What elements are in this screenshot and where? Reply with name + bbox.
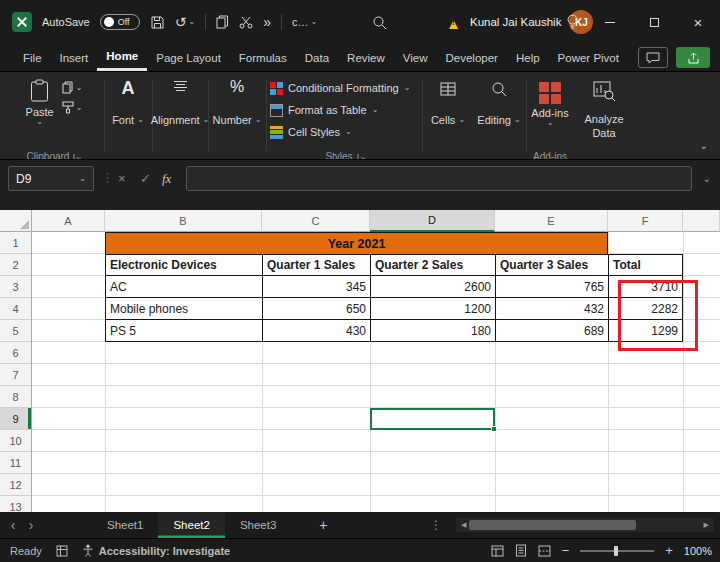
table-cell[interactable]: 430: [263, 320, 371, 342]
column-header-a[interactable]: A: [32, 210, 105, 232]
row-header-1[interactable]: 1: [0, 232, 31, 254]
format-as-table-button[interactable]: Format as Table ⌄: [270, 101, 378, 119]
quick-access-overflow[interactable]: c… ⌄: [292, 16, 317, 28]
table-cell[interactable]: AC: [106, 276, 263, 298]
scroll-left-icon[interactable]: ◀: [458, 521, 469, 529]
fill-handle[interactable]: [491, 426, 497, 432]
column-header-f[interactable]: F: [608, 210, 683, 232]
expand-formula-bar-icon[interactable]: ⌄: [703, 173, 711, 184]
table-cell[interactable]: 2600: [371, 276, 496, 298]
column-header-d[interactable]: D: [370, 210, 495, 232]
analyze-data-button[interactable]: Analyze Data: [578, 79, 630, 141]
menu-tab-power-pivot[interactable]: Power Pivot: [549, 44, 628, 71]
year-banner-cell[interactable]: Year 2021: [105, 232, 608, 254]
row-header-10[interactable]: 10: [0, 430, 31, 452]
page-layout-view-icon[interactable]: [515, 544, 527, 557]
zoom-in-icon[interactable]: +: [665, 544, 673, 557]
save-icon[interactable]: [150, 15, 165, 30]
comments-button[interactable]: [638, 47, 668, 68]
menu-tab-page-layout[interactable]: Page Layout: [147, 44, 230, 71]
cells-group-button[interactable]: Cells⌄: [426, 79, 470, 126]
table-cell[interactable]: 1200: [371, 298, 496, 320]
copy-button[interactable]: ⌄: [62, 81, 83, 94]
table-cell[interactable]: Total: [609, 254, 683, 276]
row-header-13[interactable]: 13: [0, 496, 31, 512]
menu-tab-insert[interactable]: Insert: [51, 44, 98, 71]
row-header-8[interactable]: 8: [0, 386, 31, 408]
row-header-2[interactable]: 2: [0, 254, 31, 276]
add-sheet-button[interactable]: +: [319, 517, 327, 533]
row-header-11[interactable]: 11: [0, 452, 31, 474]
formula-input[interactable]: [186, 166, 692, 191]
table-cell[interactable]: 2282: [609, 298, 683, 320]
search-icon[interactable]: [372, 15, 387, 30]
menu-tab-review[interactable]: Review: [338, 44, 394, 71]
row-header-7[interactable]: 7: [0, 364, 31, 386]
table-cell[interactable]: Electronic Devices: [106, 254, 263, 276]
enter-icon[interactable]: ✓: [140, 171, 151, 186]
menu-tab-data[interactable]: Data: [296, 44, 338, 71]
table-cell[interactable]: PS 5: [106, 320, 263, 342]
menu-tab-home[interactable]: Home: [97, 44, 147, 71]
table-cell[interactable]: 345: [263, 276, 371, 298]
alignment-group-button[interactable]: Alignment⌄: [154, 79, 206, 126]
zoom-slider-thumb[interactable]: [614, 546, 618, 556]
sheet-nav-left-icon[interactable]: ‹: [4, 512, 22, 538]
horizontal-scrollbar[interactable]: ◀ ▶: [456, 518, 714, 532]
column-header-b[interactable]: B: [105, 210, 262, 232]
table-cell[interactable]: Quarter 1 Sales: [263, 254, 371, 276]
close-button[interactable]: ×: [676, 0, 720, 44]
undo-button[interactable]: ↺ ⌄: [175, 15, 195, 29]
row-header-9[interactable]: 9: [0, 408, 31, 430]
zoom-slider[interactable]: [580, 550, 654, 552]
cell-styles-button[interactable]: Cell Styles ⌄: [270, 123, 352, 141]
maximize-button[interactable]: [632, 0, 676, 44]
row-header-12[interactable]: 12: [0, 474, 31, 496]
chevron-double-right-icon[interactable]: »: [263, 15, 271, 29]
table-cell[interactable]: Quarter 2 Sales: [371, 254, 496, 276]
menu-tab-developer[interactable]: Developer: [437, 44, 507, 71]
accessibility-status[interactable]: Accessibility: Investigate: [82, 544, 230, 557]
scrollbar-thumb[interactable]: [469, 520, 635, 530]
select-all-corner[interactable]: [0, 210, 32, 232]
page-break-view-icon[interactable]: [538, 545, 551, 557]
scrollbar-track[interactable]: [469, 520, 700, 530]
menu-tab-view[interactable]: View: [394, 44, 437, 71]
menu-tab-help[interactable]: Help: [507, 44, 549, 71]
table-cell[interactable]: Quarter 3 Sales: [496, 254, 609, 276]
table-cell[interactable]: 689: [496, 320, 609, 342]
sheet-nav-right-icon[interactable]: ›: [22, 512, 40, 538]
table-cell[interactable]: 3710: [609, 276, 683, 298]
sheet-tab-sheet2[interactable]: Sheet2: [158, 512, 224, 538]
autosave-toggle[interactable]: Off: [100, 14, 140, 30]
zoom-out-icon[interactable]: −: [562, 544, 570, 557]
name-box[interactable]: D9 ⌄: [8, 166, 94, 191]
column-header-c[interactable]: C: [262, 210, 370, 232]
table-cell[interactable]: 432: [496, 298, 609, 320]
format-painter-button[interactable]: ⌄: [62, 101, 83, 114]
normal-view-icon[interactable]: [491, 545, 504, 557]
zoom-level[interactable]: 100%: [684, 545, 712, 557]
sheet-tab-sheet3[interactable]: Sheet3: [225, 512, 291, 538]
cut-icon[interactable]: [239, 16, 253, 29]
grid-area[interactable]: Year 2021 Electronic Devices Quarter 1 S…: [32, 232, 720, 512]
row-header-6[interactable]: 6: [0, 342, 31, 364]
menu-tab-file[interactable]: File: [14, 44, 51, 71]
copy-icon[interactable]: [216, 15, 229, 29]
row-header-5[interactable]: 5: [0, 320, 31, 342]
minimize-button[interactable]: [588, 0, 632, 44]
macro-record-icon[interactable]: [56, 545, 68, 557]
row-header-4[interactable]: 4: [0, 298, 31, 320]
cancel-icon[interactable]: ×: [118, 171, 126, 186]
insert-function-icon[interactable]: fx: [162, 171, 171, 187]
lightbulb-icon[interactable]: [566, 14, 579, 30]
addins-button[interactable]: Add-ins ⌄ Add-ins: [528, 79, 572, 166]
table-cell[interactable]: Mobile phones: [106, 298, 263, 320]
table-cell[interactable]: 180: [371, 320, 496, 342]
paste-button[interactable]: Paste ⌄: [26, 79, 54, 126]
collapse-ribbon-icon[interactable]: ⌄: [700, 140, 708, 151]
sheet-tab-sheet1[interactable]: Sheet1: [92, 512, 158, 538]
number-group-button[interactable]: % Number⌄: [210, 79, 264, 126]
share-button[interactable]: [676, 47, 710, 68]
font-group-button[interactable]: A Font⌄: [106, 79, 150, 126]
